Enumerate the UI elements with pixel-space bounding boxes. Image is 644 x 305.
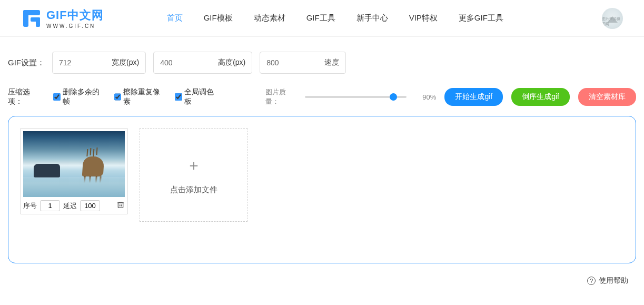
main-nav: 首页 GIF模板 动态素材 GIF工具 新手中心 VIP特权 更多GIF工具 [167,13,602,23]
nav-help-center[interactable]: 新手中心 [356,13,388,23]
chk-erase-dup[interactable]: 擦除重复像素 [114,87,166,106]
compress-label: 压缩选项： [8,87,44,106]
height-input[interactable] [160,58,207,67]
avatar-watermark: 图片来源摄图网 [602,16,623,29]
chk-remove-extra-input[interactable] [53,93,61,101]
nav-tools[interactable]: GIF工具 [306,13,335,23]
svg-rect-4 [118,203,123,208]
speed-input-group: 速度 [260,52,346,74]
height-input-group: 高度(px) [153,52,252,74]
delete-frame-icon[interactable] [116,201,125,211]
speed-suffix: 速度 [324,58,339,67]
gif-settings-bar: GIF设置： 宽度(px) 高度(px) 速度 [0,37,644,84]
svg-rect-3 [36,17,40,27]
thumb-sled-shape [34,164,60,178]
logo-icon [21,8,42,29]
quality-label: 图片质量： [265,87,299,106]
frame-thumbnail [23,131,125,197]
seq-input[interactable] [40,200,60,211]
settings-label: GIF设置： [8,58,45,68]
width-input-group: 宽度(px) [52,52,146,74]
nav-more-tools[interactable]: 更多GIF工具 [459,13,503,23]
height-suffix: 高度(px) [218,58,245,67]
chk-remove-extra[interactable]: 删除多余的帧 [53,87,105,106]
action-buttons: 开始生成gif 倒序生成gif 清空素材库 [444,88,636,106]
chk-global-palette-label: 全局调色板 [184,87,220,106]
help-icon: ? [587,277,596,285]
thumb-deer-shape [82,156,105,176]
help-footer[interactable]: ? 使用帮助 [0,274,644,291]
quality-value-display: 90% [422,93,436,101]
start-generate-button[interactable]: 开始生成gif [444,88,503,106]
chk-global-palette[interactable]: 全局调色板 [175,87,220,106]
width-suffix: 宽度(px) [112,58,139,67]
quality-slider[interactable] [305,96,407,98]
site-header: GIF中文网 WWW.GIF.CN 首页 GIF模板 动态素材 GIF工具 新手… [0,0,644,37]
chk-erase-dup-label: 擦除重复像素 [123,87,166,106]
speed-input[interactable] [266,58,314,67]
frame-card-1[interactable]: 序号 延迟 [20,128,128,214]
chk-erase-dup-input[interactable] [114,93,122,101]
compress-options-row: 压缩选项： 删除多余的帧 擦除重复像素 全局调色板 图片质量： 90% 开始生成… [0,84,644,116]
add-file-card[interactable]: ＋ 点击添加文件 [140,128,247,222]
width-input[interactable] [59,58,101,67]
site-logo[interactable]: GIF中文网 WWW.GIF.CN [21,7,104,29]
delay-label: 延迟 [63,201,77,211]
nav-home[interactable]: 首页 [167,13,183,23]
frames-panel: 序号 延迟 ＋ 点击添加文件 [8,116,636,263]
quality-block: 图片质量： 90% [265,87,437,106]
logo-main: GIF中文网 [46,7,104,23]
logo-text: GIF中文网 WWW.GIF.CN [46,7,104,29]
nav-materials[interactable]: 动态素材 [254,13,285,23]
svg-rect-1 [23,10,28,27]
chk-global-palette-input[interactable] [175,93,182,101]
frame-meta: 序号 延迟 [23,197,125,211]
nav-templates[interactable]: GIF模板 [204,13,233,23]
plus-icon: ＋ [186,155,201,175]
nav-vip[interactable]: VIP特权 [409,13,438,23]
add-file-label: 点击添加文件 [170,185,217,195]
help-label: 使用帮助 [599,276,628,286]
logo-sub: WWW.GIF.CN [46,23,104,29]
user-avatar[interactable]: 图片来源摄图网 [602,8,623,29]
chk-remove-extra-label: 删除多余的帧 [63,87,106,106]
seq-label: 序号 [23,201,37,211]
clear-library-button[interactable]: 清空素材库 [578,88,636,106]
delay-input[interactable] [80,200,100,211]
reverse-generate-button[interactable]: 倒序生成gif [511,88,570,106]
